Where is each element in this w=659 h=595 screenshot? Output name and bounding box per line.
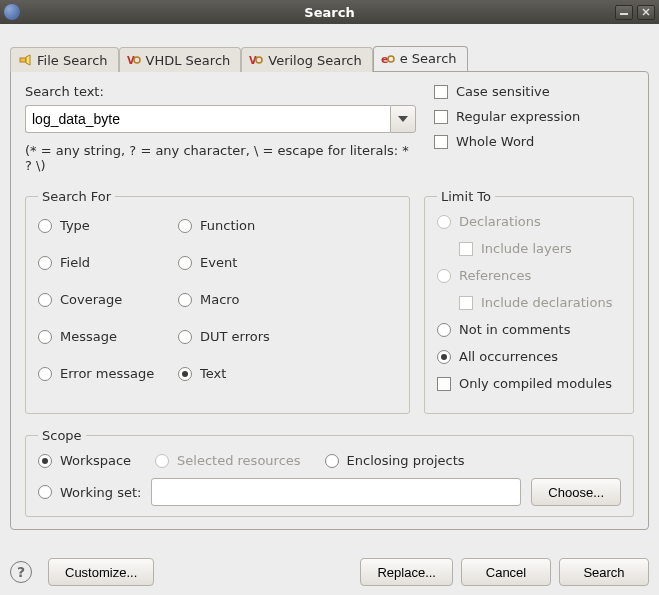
replace-button[interactable]: Replace... (360, 558, 453, 586)
search-for-coverage[interactable]: Coverage (38, 292, 178, 307)
search-for-type[interactable]: Type (38, 218, 178, 233)
title-bar: Search (0, 0, 659, 24)
tab-vhdl-search[interactable]: V VHDL Search (119, 47, 242, 72)
svg-rect-0 (620, 13, 628, 15)
radio-label: All occurrences (459, 349, 558, 364)
search-for-field[interactable]: Field (38, 255, 178, 270)
search-for-function[interactable]: Function (178, 218, 397, 233)
radio-label: Message (60, 329, 117, 344)
flashlight-icon (17, 53, 33, 67)
svg-marker-11 (398, 116, 408, 122)
tab-label: Verilog Search (268, 53, 361, 68)
scope-fieldset: Scope Workspace Selected resources Enclo… (25, 428, 634, 517)
radio-icon (38, 367, 52, 381)
radio-icon (178, 219, 192, 233)
checkbox-label: Include declarations (481, 295, 612, 310)
vhdl-icon: V (126, 53, 142, 67)
radio-icon (178, 256, 192, 270)
window-title: Search (304, 5, 354, 20)
search-for-event[interactable]: Event (178, 255, 397, 270)
search-text-hint: (* = any string, ? = any character, \ = … (25, 143, 416, 173)
include-layers-checkbox: Include layers (459, 241, 621, 256)
search-for-fieldset: Search For Type Function Field Event Cov… (25, 189, 410, 414)
radio-label: References (459, 268, 531, 283)
radio-icon (178, 330, 192, 344)
search-text-combo (25, 105, 416, 133)
checkbox-label: Regular expression (456, 109, 580, 124)
only-compiled-modules-checkbox[interactable]: Only compiled modules (437, 376, 621, 391)
radio-icon (155, 454, 169, 468)
radio-label: Workspace (60, 453, 131, 468)
search-button[interactable]: Search (559, 558, 649, 586)
search-for-message[interactable]: Message (38, 329, 178, 344)
limit-to-all-occurrences[interactable]: All occurrences (437, 349, 621, 364)
tab-e-search[interactable]: e e Search (373, 46, 468, 71)
search-for-error-message[interactable]: Error message (38, 366, 178, 381)
checkbox-icon (434, 110, 448, 124)
radio-label: Event (200, 255, 237, 270)
checkbox-label: Case sensitive (456, 84, 550, 99)
search-for-macro[interactable]: Macro (178, 292, 397, 307)
search-text-dropdown[interactable] (390, 105, 416, 133)
svg-rect-3 (20, 58, 26, 62)
checkbox-icon (459, 296, 473, 310)
limit-to-references: References (437, 268, 621, 283)
scope-enclosing-projects[interactable]: Enclosing projects (325, 453, 465, 468)
radio-icon (178, 367, 192, 381)
checkbox-label: Only compiled modules (459, 376, 612, 391)
tab-verilog-search[interactable]: V Verilog Search (241, 47, 372, 72)
help-button[interactable]: ? (10, 561, 32, 583)
tab-label: VHDL Search (146, 53, 231, 68)
close-button[interactable] (637, 5, 655, 20)
checkbox-label: Whole Word (456, 134, 534, 149)
limit-to-fieldset: Limit To Declarations Include layers Ref… (424, 189, 634, 414)
scope-legend: Scope (38, 428, 86, 443)
choose-button[interactable]: Choose... (531, 478, 621, 506)
minimize-button[interactable] (615, 5, 633, 20)
case-sensitive-checkbox[interactable]: Case sensitive (434, 84, 634, 99)
radio-icon (38, 454, 52, 468)
radio-icon (437, 269, 451, 283)
search-for-legend: Search For (38, 189, 115, 204)
whole-word-checkbox[interactable]: Whole Word (434, 134, 634, 149)
radio-label: Error message (60, 366, 154, 381)
search-text-input[interactable] (25, 105, 390, 133)
limit-to-legend: Limit To (437, 189, 495, 204)
svg-point-8 (256, 57, 262, 63)
radio-label: Type (60, 218, 90, 233)
checkbox-icon (459, 242, 473, 256)
limit-to-not-in-comments[interactable]: Not in comments (437, 322, 621, 337)
app-icon (4, 4, 20, 20)
cancel-button[interactable]: Cancel (461, 558, 551, 586)
checkbox-label: Include layers (481, 241, 572, 256)
search-text-label: Search text: (25, 84, 416, 99)
radio-label: Declarations (459, 214, 541, 229)
working-set-input[interactable] (151, 478, 521, 506)
svg-point-6 (134, 57, 140, 63)
search-for-dut-errors[interactable]: DUT errors (178, 329, 397, 344)
radio-label: Function (200, 218, 255, 233)
limit-to-declarations: Declarations (437, 214, 621, 229)
e-icon: e (380, 52, 396, 66)
radio-label: Working set: (60, 485, 141, 500)
svg-point-10 (388, 56, 394, 62)
radio-label: Not in comments (459, 322, 570, 337)
regular-expression-checkbox[interactable]: Regular expression (434, 109, 634, 124)
tab-file-search[interactable]: File Search (10, 47, 119, 72)
radio-icon (178, 293, 192, 307)
checkbox-icon (437, 377, 451, 391)
checkbox-icon (434, 135, 448, 149)
svg-marker-4 (26, 55, 30, 65)
tab-label: File Search (37, 53, 108, 68)
verilog-icon: V (248, 53, 264, 67)
radio-label: Selected resources (177, 453, 301, 468)
radio-label: Text (200, 366, 226, 381)
scope-working-set[interactable]: Working set: (38, 485, 141, 500)
radio-icon (38, 219, 52, 233)
radio-icon (38, 256, 52, 270)
search-for-text[interactable]: Text (178, 366, 397, 381)
scope-workspace[interactable]: Workspace (38, 453, 131, 468)
radio-icon (38, 330, 52, 344)
scope-selected-resources: Selected resources (155, 453, 301, 468)
customize-button[interactable]: Customize... (48, 558, 154, 586)
